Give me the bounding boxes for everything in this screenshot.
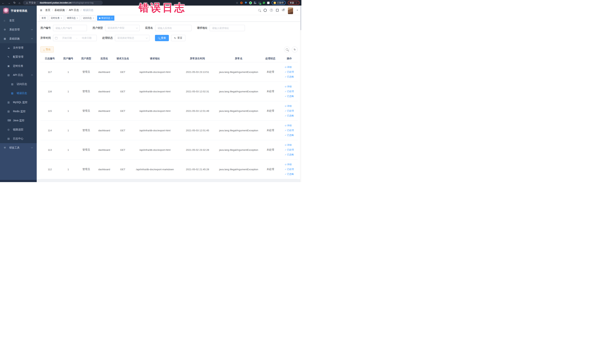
action-已忽略[interactable]: ✓已忽略 (285, 114, 294, 117)
breadcrumb-separator: / (67, 9, 67, 12)
reset-button[interactable]: ↻ 重置 (171, 35, 185, 41)
browser-menu-icon[interactable]: ⋮ (295, 1, 298, 4)
tag-定时任务[interactable]: 定时任务× (49, 16, 64, 21)
browser-back-icon[interactable]: ← (2, 1, 5, 4)
request-url-input[interactable] (210, 25, 245, 31)
tag-错误日志[interactable]: 错误日志× (97, 16, 115, 21)
bookmark-star-icon[interactable]: ☆ (236, 1, 238, 4)
cell-exception-name: java.lang.IllegalArgumentException (217, 121, 260, 140)
browser-reload-icon[interactable]: ↻ (13, 1, 16, 4)
action-已处理[interactable]: ✓已处理 (285, 70, 294, 74)
sidebar-item-访问日志[interactable]: ▨访问日志 (0, 80, 37, 89)
tag-首页[interactable]: 首页 (40, 16, 48, 21)
app-name-label: 应用名 (145, 26, 153, 30)
action-已忽略[interactable]: ✓已忽略 (285, 75, 294, 78)
screen: ← → ↻ ⌂ ⚠ 不安全 dashboard.yudao.iocoder.cn… (0, 0, 302, 182)
page-scrollbar[interactable] (300, 6, 302, 182)
sidebar-item-错误日志[interactable]: ▨错误日志 (0, 89, 37, 98)
ext-orange-icon[interactable] (240, 2, 243, 4)
sidebar-item-日志中心[interactable]: ▤日志中心 (0, 134, 37, 143)
fullscreen-icon[interactable] (276, 9, 278, 12)
paused-button[interactable]: 已暂停 (272, 1, 286, 5)
tag-label: 错误日志 (101, 16, 110, 20)
process-status-select[interactable]: 请选择处理状态 (115, 35, 150, 41)
tag-调度日志[interactable]: 调度日志× (65, 16, 80, 21)
action-详细[interactable]: ⊙详细 (285, 124, 291, 127)
font-size-icon[interactable]: TT (282, 9, 285, 12)
column-header-_actions: 操作 (281, 55, 298, 62)
action-label: 详细 (287, 66, 291, 69)
check-icon: ✓ (285, 129, 286, 132)
close-icon[interactable]: × (93, 17, 94, 20)
cell-user-type: 管理员 (77, 82, 95, 101)
user-avatar[interactable] (288, 7, 293, 14)
action-已处理[interactable]: ✓已处理 (285, 109, 294, 113)
sidebar-item-MySQL 监控[interactable]: ▥MySQL 监控 (0, 98, 37, 107)
sidebar-item-链路追踪[interactable]: ◎链路追踪 (0, 125, 37, 134)
sidebar-item-Java 监控[interactable]: ⌨Java 监控 (0, 116, 37, 125)
action-已处理[interactable]: ✓已处理 (285, 168, 294, 171)
export-button[interactable]: ↓ 导出 (40, 46, 54, 52)
close-icon[interactable]: × (61, 17, 62, 20)
browser-forward-icon[interactable]: → (8, 1, 10, 4)
action-已处理[interactable]: ✓已处理 (285, 129, 294, 132)
action-详细[interactable]: ⊙详细 (285, 66, 291, 69)
sidebar-item-研发工具[interactable]: ⚒研发工具 (0, 143, 37, 152)
action-详细[interactable]: ⊙详细 (285, 163, 291, 166)
home-icon: ⌂ (4, 19, 8, 22)
close-icon[interactable]: × (77, 17, 78, 20)
address-bar[interactable]: ⚠ 不安全 dashboard.yudao.iocoder.cn /infra/… (23, 0, 103, 5)
sidebar-item-系统管理[interactable]: ⚙系统管理 (0, 25, 37, 34)
app-name-input[interactable] (155, 25, 191, 31)
sidebar-collapse-icon[interactable]: ≡ (40, 8, 42, 12)
scrollbar-thumb[interactable] (301, 6, 301, 30)
github-icon[interactable] (264, 9, 267, 12)
update-button[interactable]: 更新 ⋮ (288, 1, 300, 5)
action-已处理[interactable]: ✓已处理 (285, 90, 294, 93)
action-已忽略[interactable]: ✓已忽略 (285, 153, 294, 156)
breadcrumb-item[interactable]: API 日志 (69, 9, 79, 12)
security-warning[interactable]: ⚠ 不安全 (26, 1, 38, 4)
ext-green-icon[interactable] (249, 1, 252, 4)
table-row: 1171管理员dashboardGET/api/infra/db-doc/exp… (40, 62, 298, 82)
breadcrumb-item[interactable]: 基础设施 (55, 9, 65, 12)
ext-shield-icon[interactable] (245, 2, 247, 4)
sidebar-item-文件管理[interactable]: ☁文件管理 (0, 43, 37, 52)
action-已忽略[interactable]: ✓已忽略 (285, 134, 294, 137)
action-详细[interactable]: ⊙详细 (285, 143, 291, 147)
sidebar-item-Redis 监控[interactable]: ▤Redis 监控 (0, 107, 37, 116)
close-icon[interactable]: × (111, 17, 113, 20)
trace-icon: ◎ (7, 128, 12, 131)
tag-访问日志[interactable]: 访问日志× (81, 16, 96, 21)
help-icon[interactable]: ? (270, 9, 273, 12)
sidebar-item-首页[interactable]: ⌂首页 (0, 16, 37, 25)
column-header-user_type: 用户类型 (77, 55, 95, 62)
action-详细[interactable]: ⊙详细 (285, 105, 291, 108)
search-icon[interactable] (258, 9, 260, 11)
browser-home-icon[interactable]: ⌂ (19, 1, 20, 4)
user-menu-caret-icon[interactable] (297, 10, 298, 11)
search-button[interactable]: 搜索 (155, 35, 169, 41)
ext-switch-icon[interactable]: on (258, 2, 261, 4)
action-label: 已忽略 (287, 114, 294, 117)
action-已忽略[interactable]: ✓已忽略 (285, 95, 294, 98)
action-详细[interactable]: ⊙详细 (285, 85, 291, 88)
refresh-button[interactable]: ↻ (292, 47, 298, 52)
user-id-input[interactable] (53, 25, 87, 31)
sidebar-item-配置管理[interactable]: ✎配置管理 (0, 52, 37, 61)
error-time-range-picker[interactable]: 开始日期 - 结束日期 (53, 35, 97, 41)
sidebar-item-基础设施[interactable]: ▦基础设施 (0, 34, 37, 43)
app-logo[interactable]: 芋道管理系统 (0, 6, 37, 16)
user-type-select[interactable]: 请选择用户类型 (105, 25, 139, 31)
table-row: 1151管理员dashboardGET/api/infra/db-doc/exp… (40, 101, 298, 121)
breadcrumb-item[interactable]: 首页 (45, 9, 50, 12)
extensions-puzzle-icon[interactable] (267, 2, 269, 4)
ext-grid-icon[interactable] (254, 2, 256, 4)
action-已忽略[interactable]: ✓已忽略 (285, 173, 294, 176)
sidebar-item-定时任务[interactable]: ▣定时任务 (0, 61, 37, 70)
sidebar-item-API 日志[interactable]: ▧API 日志 (0, 70, 37, 80)
cell-user-type: 管理员 (77, 62, 95, 82)
action-已处理[interactable]: ✓已处理 (285, 148, 294, 152)
ext-plant-icon[interactable] (263, 2, 265, 4)
toggle-search-button[interactable] (284, 47, 290, 52)
